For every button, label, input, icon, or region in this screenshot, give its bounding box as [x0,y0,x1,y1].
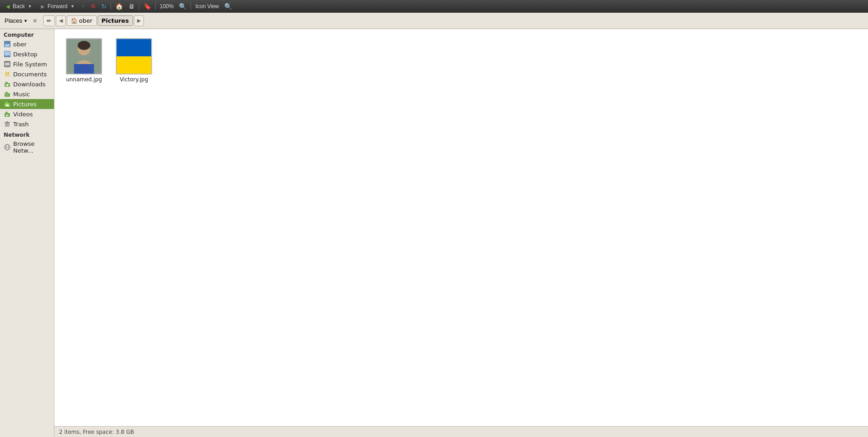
svg-rect-33 [74,64,94,74]
edit-icon: ✏ [47,18,51,24]
bookmark-button[interactable]: 🔖 [141,2,153,11]
sidebar-item-filesystem-label: File System [13,61,47,68]
file-thumbnail-unnamed [66,38,102,74]
breadcrumb-home-item[interactable]: 🏠 ober [67,15,97,26]
svg-rect-35 [117,56,151,74]
sidebar-item-filesystem[interactable]: File System [0,59,54,69]
network-section-header: Network [0,129,54,139]
forward-dropdown-icon: ▼ [69,3,76,10]
svg-rect-1 [5,44,10,47]
toolbar: ◀ Back ▼ ▶ Forward ▼ ↑ ✕ ↻ 🏠 🖥 🔖 100% 🔍 … [0,0,868,13]
main-area: Computer ober Desktop [0,29,868,437]
svg-rect-34 [117,39,151,56]
home-button[interactable]: 🏠 [113,2,125,11]
home-icon: 🏠 [115,3,123,10]
up-icon: ↑ [82,3,85,10]
svg-point-32 [86,48,87,50]
breadcrumb-current-item[interactable]: Pictures [98,15,133,26]
view-mode-button[interactable]: Icon View [193,2,221,10]
sidebar-item-ober-label: ober [13,41,27,48]
downloads-icon [4,80,11,88]
back-dropdown-icon: ▼ [26,3,34,10]
separator4 [191,2,191,10]
up-button[interactable]: ↑ [79,2,87,11]
search-icon: 🔍 [224,3,232,10]
sidebar-item-browse-network[interactable]: Browse Netw... [0,139,54,155]
sidebar-item-videos-label: Videos [13,111,33,118]
back-button[interactable]: ◀ Back ▼ [2,2,36,11]
svg-rect-4 [5,51,10,55]
places-dropdown-icon: ▼ [24,19,28,23]
svg-rect-15 [5,102,8,103]
svg-rect-21 [5,123,10,127]
view-mode-label: Icon View [195,3,219,10]
filesystem-icon [4,60,11,68]
trash-icon [4,120,11,128]
svg-text:♪: ♪ [6,93,8,96]
svg-rect-7 [5,63,10,65]
back-label: Back [13,3,25,10]
svg-point-31 [81,48,83,50]
sidebar-item-desktop[interactable]: Desktop [0,49,54,59]
places-label: Places [5,17,22,24]
breadcrumb-back-button[interactable]: ◀ [56,15,66,26]
sidebar-item-downloads[interactable]: Downloads [0,79,54,89]
sidebar-item-ober[interactable]: ober [0,39,54,49]
computer-icon: 🖥 [128,3,135,10]
reload-icon: ↻ [101,3,107,10]
zoom-fit-button[interactable]: 🔍 [177,2,189,11]
sidebar-item-trash-label: Trash [13,121,29,128]
sidebar-item-videos[interactable]: Videos [0,109,54,119]
desktop-icon [4,50,11,58]
file-label-unnamed: unnamed.jpg [66,76,102,83]
file-item-victory[interactable]: Victory.jpg [111,36,157,85]
music-icon: ♪ [4,90,11,98]
forward-button[interactable]: ▶ Forward ▼ [37,2,79,11]
svg-rect-19 [5,112,8,113]
sidebar-item-music[interactable]: ♪ Music [0,89,54,99]
stop-button[interactable]: ✕ [88,2,98,11]
forward-icon: ▶ [39,3,46,10]
sidebar: Computer ober Desktop [0,29,54,437]
file-item-unnamed[interactable]: unnamed.jpg [61,36,107,85]
svg-rect-22 [5,122,10,123]
network-icon [4,144,11,151]
computer-button[interactable]: 🖥 [126,2,137,11]
zoom-label-btn[interactable]: 100% [158,2,176,10]
sidebar-item-pictures-label: Pictures [13,101,36,108]
status-bar: 2 items, Free space: 3.8 GB [54,426,868,437]
edit-location-button[interactable]: ✏ [43,15,55,26]
sidebar-item-trash[interactable]: Trash [0,119,54,129]
reload-button[interactable]: ↻ [99,2,109,11]
file-area: unnamed.jpg Victory.jpg 2 items, Free sp… [54,29,868,437]
sidebar-item-desktop-label: Desktop [13,51,38,58]
breadcrumb-forward-button[interactable]: ▶ [134,15,144,26]
videos-icon [4,110,11,118]
stop-icon: ✕ [90,3,96,10]
sidebar-item-documents[interactable]: Documents [0,69,54,79]
close-places-button[interactable]: ✕ [31,15,39,26]
back-icon: ◀ [4,3,11,10]
forward-label: Forward [48,3,68,10]
svg-rect-23 [6,121,8,122]
svg-rect-9 [5,82,8,83]
home-icon [4,40,11,48]
file-label-victory: Victory.jpg [120,76,148,83]
status-text: 2 items, Free space: 3.8 GB [59,429,134,435]
breadcrumb-forward-icon: ▶ [137,18,141,24]
breadcrumb-current-label: Pictures [102,17,129,24]
sidebar-item-pictures[interactable]: Pictures [0,99,54,109]
separator3 [155,2,156,10]
zoom-value: 100% [160,3,174,10]
sidebar-item-browse-network-label: Browse Netw... [13,140,50,154]
bookmark-icon: 🔖 [143,3,151,10]
breadcrumb-bar: Places ▼ ✕ ✏ ◀ 🏠 ober Pictures ▶ [0,13,868,29]
places-button[interactable]: Places ▼ [2,16,30,25]
file-thumbnail-victory [116,38,152,74]
sidebar-item-music-label: Music [13,91,30,98]
breadcrumb-back-icon: ◀ [59,18,63,24]
separator [111,2,111,10]
pictures-icon [4,100,11,108]
search-button[interactable]: 🔍 [222,2,234,11]
svg-point-30 [78,41,90,50]
